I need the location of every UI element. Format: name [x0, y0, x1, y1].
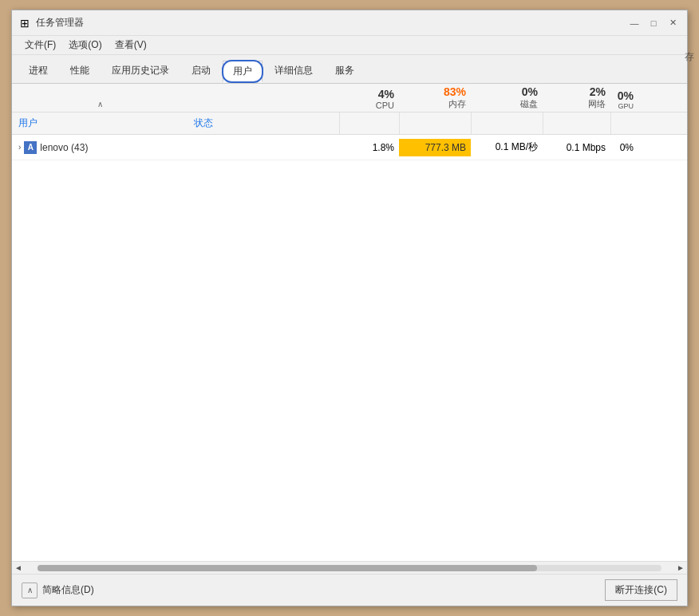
expand-arrow[interactable]: › [18, 143, 21, 152]
tab-startup[interactable]: 启动 [181, 60, 221, 81]
title-bar-controls: — □ ✕ [626, 15, 681, 31]
window-title: 任务管理器 [36, 16, 84, 30]
status-col-label[interactable]: 状态 [188, 113, 339, 133]
cpu-header[interactable]: 4% CPU [339, 86, 399, 112]
tab-users[interactable]: 用户 [223, 61, 263, 82]
content-area: ∧ 4% CPU 83% 内存 0% 磁盘 2% 网络 [12, 84, 687, 574]
scrollbar-area: ◄ ► [12, 561, 687, 574]
disconnect-button[interactable]: 断开连接(C) [605, 579, 677, 601]
footer-left: ∧ 简略信息(D) [22, 582, 94, 598]
menu-file[interactable]: 文件(F) [18, 37, 62, 53]
user-name: lenovo (43) [40, 142, 88, 153]
menu-view[interactable]: 查看(V) [109, 37, 153, 53]
footer-label: 简略信息(D) [42, 583, 94, 597]
tab-bar: 进程 性能 应用历史记录 启动 用户 详细信息 服务 [12, 55, 687, 84]
scrollbar-thumb [38, 565, 537, 571]
title-bar: ⊞ 任务管理器 — □ ✕ [12, 10, 687, 36]
disk-header[interactable]: 0% 磁盘 [471, 84, 543, 112]
footer-expand-button[interactable]: ∧ [22, 582, 38, 598]
task-manager-window: ⊞ 任务管理器 — □ ✕ 文件(F) 选项(O) 查看(V) 进程 性能 应用… [11, 10, 688, 606]
data-area: › A lenovo (43) 1.8% 777.3 MB 0.1 MB/秒 0… [12, 135, 687, 561]
menu-options[interactable]: 选项(O) [62, 37, 108, 53]
scroll-left-arrow[interactable]: ◄ [12, 562, 25, 575]
disk-cell: 0.1 MB/秒 [471, 137, 543, 157]
tab-performance[interactable]: 性能 [60, 60, 100, 81]
tab-details[interactable]: 详细信息 [264, 60, 323, 81]
table-header-row: ∧ 4% CPU 83% 内存 0% 磁盘 2% 网络 [12, 84, 687, 113]
gpu-header[interactable]: 0% GPU [610, 88, 638, 112]
maximize-button[interactable]: □ [646, 15, 661, 31]
sort-arrow: ∧ [97, 100, 103, 109]
network-header[interactable]: 2% 网络 [543, 84, 610, 112]
window-icon: ⊞ [18, 17, 31, 30]
table-row[interactable]: › A lenovo (43) 1.8% 777.3 MB 0.1 MB/秒 0… [12, 135, 687, 160]
h-scrollbar[interactable] [38, 565, 661, 571]
tab-services[interactable]: 服务 [325, 60, 365, 81]
memory-cell: 777.3 MB [399, 139, 471, 156]
user-col-label[interactable]: 用户 [12, 113, 188, 133]
tab-process[interactable]: 进程 [18, 60, 58, 81]
status-cell [188, 144, 339, 151]
title-bar-left: ⊞ 任务管理器 [18, 16, 84, 30]
close-button[interactable]: ✕ [665, 15, 681, 31]
column-label-row: 用户 状态 [12, 113, 687, 135]
memory-header[interactable]: 83% 内存 [399, 84, 471, 112]
footer: ∧ 简略信息(D) 断开连接(C) [12, 574, 687, 606]
user-icon: A [24, 141, 37, 154]
user-cell: › A lenovo (43) [12, 138, 188, 157]
menu-bar: 文件(F) 选项(O) 查看(V) [12, 36, 687, 55]
tab-app-history[interactable]: 应用历史记录 [101, 60, 180, 81]
minimize-button[interactable]: — [626, 15, 642, 31]
scroll-right-arrow[interactable]: ► [674, 562, 687, 575]
cpu-cell: 1.8% [339, 139, 399, 156]
gpu-cell: 0% [610, 139, 638, 156]
network-cell: 0.1 Mbps [543, 139, 610, 156]
